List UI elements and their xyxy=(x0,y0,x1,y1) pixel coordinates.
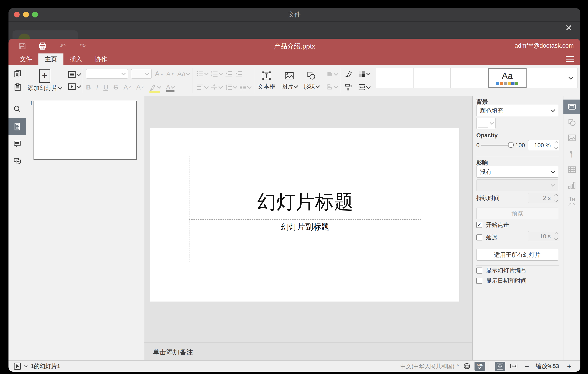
menu-button[interactable] xyxy=(566,56,574,62)
chevron-down-icon[interactable] xyxy=(24,364,28,367)
bold-button[interactable]: B xyxy=(86,84,91,91)
increase-font-button[interactable]: A▲ xyxy=(155,70,163,77)
copy-style-button[interactable] xyxy=(344,83,353,91)
show-date-checkbox[interactable] xyxy=(476,278,482,284)
shape-align-button[interactable] xyxy=(325,83,337,91)
font-size-combo[interactable] xyxy=(131,69,152,78)
sidebar-search-button[interactable] xyxy=(9,100,26,118)
start-slideshow-button[interactable] xyxy=(67,82,80,91)
theme-gallery: Aa xyxy=(376,68,578,88)
image-label-button[interactable]: 图片 xyxy=(281,83,297,91)
preview-button[interactable]: 预览 xyxy=(476,208,558,219)
zoom-in-button[interactable]: + xyxy=(567,362,571,370)
show-slide-number-checkbox[interactable] xyxy=(476,267,482,274)
font-color-button[interactable]: A xyxy=(166,84,175,91)
duration-input[interactable]: 2 s xyxy=(528,193,559,203)
opacity-slider[interactable] xyxy=(481,145,511,146)
subtitle-placeholder[interactable]: 幻灯片副标题 xyxy=(189,219,421,262)
theme-item-selected[interactable]: Aa xyxy=(488,68,527,88)
set-language-button[interactable] xyxy=(463,362,471,370)
theme-gallery-expand-button[interactable] xyxy=(564,68,578,88)
highlight-color-button[interactable] xyxy=(149,83,161,91)
superscript-button[interactable]: A2 xyxy=(124,84,131,91)
slide-canvas[interactable]: 幻灯片标题 幻灯片副标题 xyxy=(150,128,459,302)
textart-settings-tab[interactable]: Ta xyxy=(563,194,580,208)
change-color-scheme-button[interactable] xyxy=(357,70,370,78)
shape-label-button[interactable]: 形状 xyxy=(303,83,319,91)
arrange-button[interactable] xyxy=(325,70,337,78)
spinner-arrows[interactable] xyxy=(555,142,557,149)
opacity-min-label: 0 xyxy=(476,142,479,149)
paragraph-settings-tab[interactable]: ¶ xyxy=(563,147,580,161)
theme-item[interactable] xyxy=(376,68,413,88)
start-slideshow-status-button[interactable] xyxy=(14,363,21,370)
strikeout-button[interactable]: S xyxy=(114,84,118,91)
spinner-arrows[interactable] xyxy=(555,233,557,240)
zoom-out-button[interactable]: − xyxy=(525,362,529,370)
opacity-slider-knob[interactable] xyxy=(508,142,514,148)
effect-type-select[interactable] xyxy=(476,179,558,191)
insert-image-button[interactable] xyxy=(284,70,294,81)
horizontal-align-button[interactable] xyxy=(196,83,208,91)
show-slide-number-row: 显示幻灯片编号 xyxy=(476,267,526,274)
delay-input[interactable]: 10 s xyxy=(528,231,559,241)
fill-color-picker[interactable] xyxy=(476,118,495,129)
tab-home[interactable]: 主页 xyxy=(38,54,63,65)
image-settings-tab[interactable] xyxy=(563,131,580,145)
close-editor-button[interactable] xyxy=(564,23,574,33)
chevron-down-icon xyxy=(145,71,149,75)
fill-type-select[interactable]: 颜色填充 xyxy=(476,105,558,116)
shape-settings-tab[interactable] xyxy=(563,115,580,130)
opacity-input[interactable]: 100 % xyxy=(528,140,559,150)
sidebar-slides-button[interactable] xyxy=(9,118,26,135)
spinner-down-icon xyxy=(555,146,558,149)
subscript-button[interactable]: A2 xyxy=(136,84,144,91)
effect-select[interactable]: 没有 xyxy=(476,166,558,178)
copy-button[interactable] xyxy=(13,70,22,78)
columns-button[interactable] xyxy=(239,83,251,91)
tab-insert[interactable]: 插入 xyxy=(63,54,88,65)
add-slide-label-button[interactable]: 添加幻灯片 xyxy=(28,84,62,92)
theme-item[interactable] xyxy=(526,68,564,88)
tab-collaboration[interactable]: 协作 xyxy=(88,54,114,65)
notes-area[interactable]: 单击添加备注 xyxy=(144,342,472,361)
decrease-font-button[interactable]: A▼ xyxy=(167,71,174,77)
fit-to-slide-button[interactable] xyxy=(495,362,505,371)
spellcheck-button[interactable]: ABC xyxy=(474,362,485,371)
fit-to-width-button[interactable] xyxy=(509,362,518,370)
insert-shape-button[interactable] xyxy=(306,70,316,81)
tab-file[interactable]: 文件 xyxy=(13,54,38,65)
decrease-indent-button[interactable] xyxy=(224,70,232,78)
title-placeholder[interactable]: 幻灯片标题 xyxy=(189,156,421,219)
zoom-level-label[interactable]: 缩放%53 xyxy=(536,362,559,370)
reset-slide-button[interactable] xyxy=(344,70,353,78)
underline-button[interactable]: U xyxy=(104,84,108,91)
theme-item[interactable] xyxy=(413,68,451,88)
slide-size-button[interactable] xyxy=(357,83,370,91)
slide-layout-button[interactable] xyxy=(67,70,80,79)
slide-settings-tab[interactable] xyxy=(563,99,580,114)
insert-textbox-button[interactable] xyxy=(261,70,272,81)
slide-thumbnail[interactable] xyxy=(33,101,137,160)
vertical-align-button[interactable] xyxy=(210,83,222,91)
font-name-combo[interactable] xyxy=(86,69,128,78)
numbered-list-button[interactable]: 1 2 3 xyxy=(210,70,222,78)
bullet-list-button[interactable] xyxy=(196,70,208,78)
start-on-click-checkbox[interactable]: ✓ xyxy=(476,222,482,228)
italic-button[interactable]: I xyxy=(96,84,98,91)
sidebar-comments-button[interactable] xyxy=(9,135,26,152)
add-slide-button[interactable]: + xyxy=(39,69,50,83)
table-settings-tab[interactable] xyxy=(563,162,580,177)
change-case-button[interactable]: Aa xyxy=(177,70,189,77)
increase-indent-button[interactable] xyxy=(235,70,243,78)
sidebar-chat-button[interactable] xyxy=(9,152,26,170)
delay-checkbox[interactable] xyxy=(476,234,482,241)
apply-to-all-button[interactable]: 适用于所有幻灯片 xyxy=(476,249,558,261)
spinner-arrows[interactable] xyxy=(555,194,557,201)
line-spacing-button[interactable] xyxy=(224,83,237,91)
theme-item[interactable] xyxy=(451,68,488,88)
chart-settings-tab[interactable] xyxy=(563,178,580,192)
chevron-down-icon xyxy=(334,84,338,88)
paste-button[interactable] xyxy=(13,83,22,91)
language-selector[interactable]: 中文(中华人民共和国) xyxy=(400,363,454,370)
